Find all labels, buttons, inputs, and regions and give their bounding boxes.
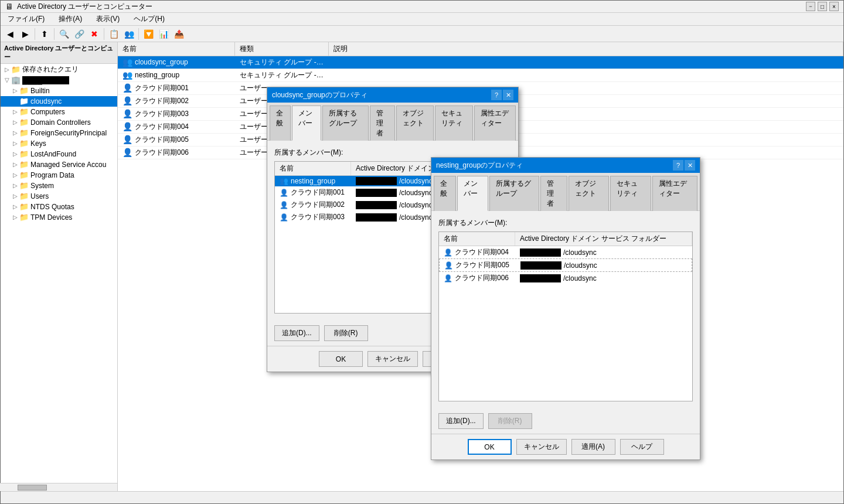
up-button[interactable]: ⬆ bbox=[38, 27, 52, 41]
tree-item-keys[interactable]: ▷ 📁 Keys bbox=[1, 138, 117, 149]
connect-button[interactable]: 🔗 bbox=[72, 27, 86, 41]
menu-help[interactable]: ヘルプ(H) bbox=[129, 13, 169, 25]
expand-system: ▷ bbox=[11, 182, 19, 189]
member-list-row[interactable]: 👤 クラウド同期005 /cloudsync bbox=[439, 258, 692, 272]
dialog1-title: cloudsync_groupのプロパティ bbox=[272, 90, 367, 100]
tree-label-cloudsync: cloudsync bbox=[30, 97, 62, 105]
dialog1-tabs: 全般 メンバー 所属するグループ 管理者 オブジェクト セキュリティ 属性エディ… bbox=[267, 103, 518, 141]
folder-icon-computers: 📁 bbox=[19, 107, 29, 117]
dialog1-close-btn[interactable]: ✕ bbox=[503, 90, 513, 100]
dialog2-cancel-button[interactable]: キャンセル bbox=[516, 439, 567, 455]
tree-label-dc: Domain Controllers bbox=[30, 118, 91, 127]
properties-button[interactable]: 📋 bbox=[107, 27, 121, 41]
dialog1-remove-button[interactable]: 削除(R) bbox=[324, 325, 368, 341]
member-cell-name: 👤 クラウド同期005 bbox=[440, 259, 516, 271]
dialog1-controls: ? ✕ bbox=[491, 90, 513, 100]
dialog1-tab-attr[interactable]: 属性エディター bbox=[474, 105, 516, 141]
dialog2-help-button[interactable]: ヘルプ bbox=[620, 439, 664, 455]
list-row[interactable]: 👥 nesting_group セキュリティ グループ - グローバル bbox=[118, 69, 843, 82]
dialog1-tab-security[interactable]: セキュリティ bbox=[435, 105, 472, 141]
expand-keys: ▷ bbox=[11, 140, 19, 147]
menu-action[interactable]: 操作(A) bbox=[54, 13, 87, 25]
tree-label-managed: Managed Service Accou bbox=[30, 161, 106, 169]
dialog2-ok-button[interactable]: OK bbox=[468, 439, 512, 455]
export-button[interactable]: 📤 bbox=[172, 27, 186, 41]
dialog2-tab-admin[interactable]: 管理者 bbox=[540, 176, 567, 211]
dialog2-tab-object[interactable]: オブジェクト bbox=[569, 176, 609, 211]
dialog2-tab-members[interactable]: メンバー bbox=[457, 176, 489, 211]
dialog1-tab-admin[interactable]: 管理者 bbox=[370, 105, 395, 141]
cell-type: セキュリティ グループ - グローバル bbox=[235, 69, 329, 81]
dialog2-tab-attr[interactable]: 属性エディター bbox=[652, 176, 697, 211]
member-cell-name: 👤 クラウド同期003 bbox=[275, 211, 351, 223]
tree-item-ntds[interactable]: ▷ 📁 NTDS Quotas bbox=[1, 202, 117, 212]
tree-label-system: System bbox=[30, 182, 54, 190]
cell-name: 👥 cloudsync_group bbox=[118, 56, 235, 68]
delete-button[interactable]: ✖ bbox=[87, 27, 101, 41]
dialog1-tab-memberof[interactable]: 所属するグループ bbox=[322, 105, 368, 141]
member-cell-folder: /cloudsync bbox=[516, 260, 692, 271]
dialog1-add-button[interactable]: 追加(D)... bbox=[274, 325, 319, 341]
toolbar: ◀ ▶ ⬆ 🔍 🔗 ✖ 📋 👥 🔽 📊 📤 bbox=[1, 26, 843, 42]
dialog2-col-folder: Active Directory ドメイン サービス フォルダー bbox=[515, 232, 692, 246]
folder-icon-users: 📁 bbox=[19, 192, 29, 201]
col-header-name[interactable]: 名前 bbox=[118, 42, 235, 56]
maximize-button[interactable]: □ bbox=[818, 2, 827, 11]
tree-item-program-data[interactable]: ▷ 📁 Program Data bbox=[1, 170, 117, 181]
member-list-row[interactable]: 👤 クラウド同期006 /cloudsync bbox=[439, 272, 692, 284]
tree-label-tpm: TPM Devices bbox=[30, 213, 72, 222]
dialog1-tab-object[interactable]: オブジェクト bbox=[396, 105, 434, 141]
tree-item-saved-queries[interactable]: ▷ 📁 保存されたクエリ bbox=[1, 64, 117, 75]
close-button[interactable]: × bbox=[829, 2, 839, 11]
tree-item-foreign[interactable]: ▷ 📁 ForeignSecurityPrincipal bbox=[1, 128, 117, 138]
tree-label-laf: LostAndFound bbox=[30, 150, 76, 158]
dialog1-ok-button[interactable]: OK bbox=[319, 351, 363, 367]
list-row[interactable]: 👥 cloudsync_group セキュリティ グループ - グローバル bbox=[118, 56, 843, 69]
tree-item-builtin[interactable]: ▷ 📁 Builtin bbox=[1, 86, 117, 96]
tree-item-cloudsync[interactable]: 📁 cloudsync bbox=[1, 96, 117, 107]
col-header-type[interactable]: 種類 bbox=[235, 42, 329, 56]
tree-item-managed[interactable]: ▷ 📁 Managed Service Accou bbox=[1, 159, 117, 170]
member-user-icon: 👤 bbox=[280, 189, 288, 197]
dialog2-tab-general[interactable]: 全般 bbox=[434, 176, 456, 211]
tree-item-system[interactable]: ▷ 📁 System bbox=[1, 181, 117, 191]
dialog1-tab-members[interactable]: メンバー bbox=[292, 105, 321, 141]
tree-item-tpm[interactable]: ▷ 📁 TPM Devices bbox=[1, 212, 117, 223]
dialog1-cancel-button[interactable]: キャンセル bbox=[367, 351, 418, 367]
dialog2-apply-button[interactable]: 適用(A) bbox=[571, 439, 615, 455]
tree-item-domain-root[interactable]: ▽ 🏢 ████ bbox=[1, 75, 117, 86]
dialog2-help-btn[interactable]: ? bbox=[673, 160, 683, 171]
expand-builtin: ▷ bbox=[11, 87, 19, 94]
tree-item-lostandfound[interactable]: ▷ 📁 LostAndFound bbox=[1, 149, 117, 159]
filter-button[interactable]: 🔽 bbox=[141, 27, 155, 41]
back-button[interactable]: ◀ bbox=[3, 27, 17, 41]
menu-file[interactable]: ファイル(F) bbox=[3, 13, 49, 25]
tree-item-domain-controllers[interactable]: ▷ 📁 Domain Controllers bbox=[1, 117, 117, 128]
col-header-desc[interactable]: 説明 bbox=[329, 42, 843, 56]
minimize-button[interactable]: － bbox=[806, 2, 815, 11]
tree-scrollbar[interactable] bbox=[1, 483, 117, 491]
forward-button[interactable]: ▶ bbox=[18, 27, 32, 41]
dialog1-col-name: 名前 bbox=[275, 162, 351, 175]
dialog2-tab-memberof[interactable]: 所属するグループ bbox=[489, 176, 539, 211]
dialog2-title: nesting_groupのプロパティ bbox=[436, 161, 523, 171]
view-button[interactable]: 📊 bbox=[156, 27, 171, 41]
dialog2-add-button[interactable]: 追加(D)... bbox=[438, 413, 484, 429]
dialog1-tab-general[interactable]: 全般 bbox=[270, 105, 291, 141]
tree-label-users: Users bbox=[30, 192, 49, 200]
dialog2-remove-button[interactable]: 削除(R) bbox=[488, 413, 532, 429]
dialog2-list-header: 名前 Active Directory ドメイン サービス フォルダー bbox=[439, 232, 692, 246]
expand-users: ▷ bbox=[11, 193, 19, 199]
member-user-icon: 👤 bbox=[444, 248, 452, 257]
users-button[interactable]: 👥 bbox=[122, 27, 136, 41]
dialog2-close-btn[interactable]: ✕ bbox=[685, 160, 695, 171]
group-icon: 👥 bbox=[122, 57, 132, 67]
tree-item-computers[interactable]: ▷ 📁 Computers bbox=[1, 107, 117, 117]
tree-item-users[interactable]: ▷ 📁 Users bbox=[1, 191, 117, 202]
search-button[interactable]: 🔍 bbox=[57, 27, 71, 41]
menu-view[interactable]: 表示(V) bbox=[91, 13, 124, 25]
folder-icon-builtin: 📁 bbox=[19, 86, 29, 96]
member-list-row[interactable]: 👤 クラウド同期004 /cloudsync bbox=[439, 246, 692, 258]
dialog1-help-btn[interactable]: ? bbox=[491, 90, 502, 100]
dialog2-tab-security[interactable]: セキュリティ bbox=[610, 176, 651, 211]
